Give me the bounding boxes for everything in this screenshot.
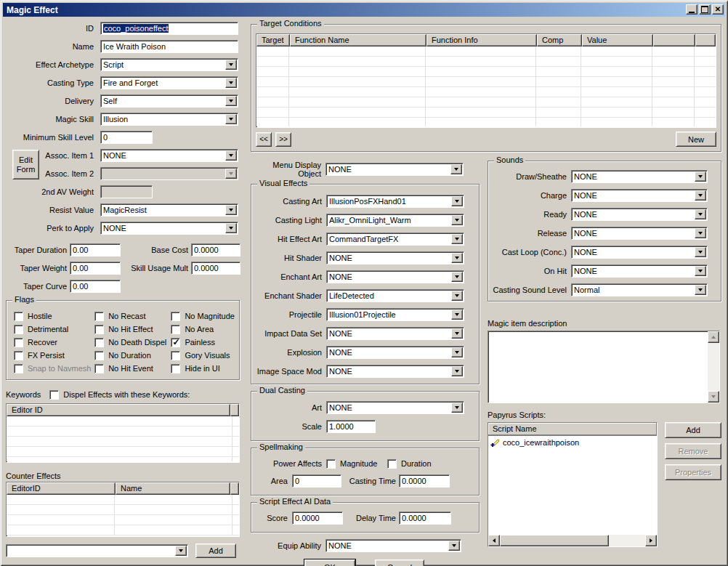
taper-weight-field[interactable]: 0.00: [70, 262, 121, 275]
chevron-down-icon[interactable]: [225, 96, 237, 106]
flag-no-duration[interactable]: No Duration: [94, 349, 171, 362]
counter-effects-name-header[interactable]: Name: [116, 482, 230, 495]
flag-hide-in-ui[interactable]: Hide in UI: [171, 362, 239, 375]
perk-to-apply-select[interactable]: NONE: [100, 222, 238, 235]
flag-fx-persist[interactable]: FX Persist: [14, 349, 94, 362]
keywords-table[interactable]: Editor ID: [6, 403, 240, 463]
chevron-down-icon[interactable]: [451, 215, 463, 225]
counter-effects-column-header-blank[interactable]: [230, 482, 239, 495]
chevron-down-icon[interactable]: [225, 60, 237, 70]
chevron-down-icon[interactable]: [695, 266, 706, 276]
assoc-item-1-select[interactable]: NONE: [100, 149, 238, 162]
chevron-down-icon[interactable]: [225, 114, 237, 124]
equip-ability-select[interactable]: NONE: [325, 539, 461, 552]
checkbox-icon[interactable]: [94, 338, 104, 347]
maximize-icon[interactable]: [699, 4, 711, 15]
chevron-down-icon[interactable]: [225, 78, 237, 88]
id-field[interactable]: coco_poisoneffect: [100, 22, 238, 35]
ready-select[interactable]: NONE: [571, 208, 708, 221]
ok-button[interactable]: OK: [304, 559, 355, 566]
flag-painless[interactable]: Painless: [171, 336, 239, 349]
chevron-down-icon[interactable]: [451, 328, 463, 339]
checkbox-icon[interactable]: [14, 338, 23, 347]
chevron-down-icon[interactable]: [225, 205, 237, 215]
chevron-down-icon[interactable]: [175, 546, 187, 556]
image-space-mod-select[interactable]: NONE: [326, 365, 464, 378]
arrow-left-icon[interactable]: [488, 535, 500, 546]
hit-effect-art-select[interactable]: CommandTargetFX: [326, 233, 464, 246]
enchant-shader-select[interactable]: LifeDetected: [326, 289, 464, 302]
casting-art-select[interactable]: IllusionPosFXHand01: [326, 195, 464, 208]
chevron-down-icon[interactable]: [451, 310, 463, 320]
flag-detrimental[interactable]: Detrimental: [14, 323, 94, 336]
script-name-header[interactable]: Script Name: [488, 423, 657, 436]
duration-checkbox[interactable]: Duration: [387, 457, 432, 470]
minimum-skill-level-field[interactable]: 0: [100, 131, 153, 144]
delay-time-field[interactable]: 0.0000: [399, 512, 451, 525]
vertical-scrollbar[interactable]: [708, 331, 719, 403]
taper-curve-field[interactable]: 0.00: [70, 280, 121, 293]
tc-prev-button[interactable]: <<: [256, 132, 272, 147]
list-item-script[interactable]: coco_icewraithpoison: [488, 436, 657, 447]
target-conditions-table[interactable]: Target Function Name Function Info Comp …: [256, 33, 716, 128]
keywords-column-header[interactable]: Editor ID: [7, 404, 230, 416]
checkbox-icon[interactable]: [14, 312, 23, 321]
flag-no-hit-effect[interactable]: No Hit Effect: [94, 323, 171, 336]
tc-function-name-header[interactable]: Function Name: [290, 34, 426, 47]
minimize-icon[interactable]: [686, 4, 697, 15]
taper-duration-field[interactable]: 0.00: [70, 243, 121, 256]
magic-skill-select[interactable]: Illusion: [100, 113, 238, 126]
flag-recover[interactable]: Recover: [14, 336, 94, 349]
flag-no-hit-event[interactable]: No Hit Event: [94, 362, 171, 375]
checkbox-icon[interactable]: [14, 325, 23, 334]
chevron-down-icon[interactable]: [451, 403, 463, 413]
checkbox-icon[interactable]: [14, 351, 23, 360]
chevron-down-icon[interactable]: [451, 291, 463, 301]
checkbox-icon[interactable]: [94, 351, 104, 360]
tc-comp-header[interactable]: Comp: [537, 34, 582, 47]
keywords-column-header-blank[interactable]: [230, 404, 239, 416]
chevron-down-icon[interactable]: [450, 164, 462, 174]
chevron-down-icon[interactable]: [225, 150, 237, 161]
flag-gory-visuals[interactable]: Gory Visuals: [171, 349, 239, 362]
chevron-down-icon[interactable]: [225, 223, 237, 233]
counter-effect-add-button[interactable]: Add: [195, 543, 236, 558]
projectile-select[interactable]: Illusion01Projectile: [326, 308, 464, 321]
chevron-down-icon[interactable]: [695, 190, 706, 201]
flag-no-magnitude[interactable]: No Magnitude: [171, 310, 239, 323]
checkbox-icon[interactable]: [94, 325, 104, 334]
dispel-effects-checkbox[interactable]: Dispel Effects with these Keywords:: [49, 388, 190, 401]
casting-time-field[interactable]: 0.0000: [399, 474, 450, 488]
checkbox-icon[interactable]: [171, 325, 180, 334]
hit-shader-select[interactable]: NONE: [326, 251, 464, 264]
horizontal-scrollbar[interactable]: [488, 535, 657, 546]
enchant-art-select[interactable]: NONE: [326, 270, 464, 283]
tc-value-header[interactable]: Value: [582, 34, 653, 47]
on-hit-select[interactable]: NONE: [571, 264, 708, 278]
checkbox-icon[interactable]: [49, 390, 59, 400]
menu-display-object-select[interactable]: NONE: [325, 163, 464, 176]
papyrus-add-button[interactable]: Add: [665, 422, 721, 438]
chevron-down-icon[interactable]: [451, 196, 463, 206]
casting-light-select[interactable]: Alikr_OmniLight_Warm: [326, 214, 464, 227]
close-icon[interactable]: [712, 4, 724, 15]
base-cost-field[interactable]: 0.0000: [191, 243, 240, 256]
tc-blank-header-1[interactable]: [653, 34, 695, 47]
magic-item-description-field[interactable]: [488, 331, 720, 403]
checkbox-icon[interactable]: [171, 351, 180, 360]
tc-new-button[interactable]: New: [676, 132, 716, 147]
counter-effects-editorid-header[interactable]: EditorID: [7, 482, 116, 495]
dual-casting-scale-field[interactable]: 1.0000: [326, 420, 376, 433]
chevron-down-icon[interactable]: [695, 209, 706, 219]
checkbox-icon[interactable]: [171, 338, 180, 347]
resist-value-select[interactable]: MagicResist: [100, 203, 238, 217]
dual-casting-art-select[interactable]: NONE: [326, 401, 464, 414]
checkbox-icon[interactable]: [171, 364, 180, 373]
checkbox-icon[interactable]: [326, 459, 336, 469]
effect-archetype-select[interactable]: Script: [100, 58, 238, 71]
casting-type-select[interactable]: Fire and Forget: [100, 76, 238, 89]
flag-hostile[interactable]: Hostile: [14, 310, 94, 323]
tc-next-button[interactable]: >>: [275, 132, 291, 147]
area-field[interactable]: 0: [292, 474, 341, 488]
cancel-button[interactable]: Cancel: [375, 559, 424, 566]
